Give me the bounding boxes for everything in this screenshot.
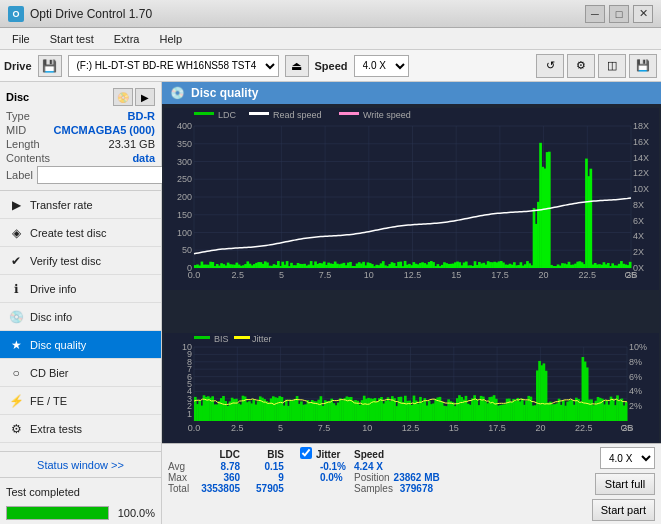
sidebar-bottom: Status window >> Test completed 100.0% — [0, 451, 161, 524]
main-content: Disc 📀 ▶ Type BD-R MID CMCMAGBA5 (000) L… — [0, 82, 661, 524]
disc-quality-label: Disc quality — [30, 339, 86, 351]
drive-info-label: Drive info — [30, 283, 76, 295]
total-bis: 57905 — [256, 483, 300, 494]
position-value: 23862 MB — [394, 472, 440, 483]
disc-header: Disc 📀 ▶ — [6, 88, 155, 106]
status-window-btn[interactable]: Status window >> — [0, 452, 161, 478]
app-icon: O — [8, 6, 24, 22]
cd-bier-label: CD Bier — [30, 367, 69, 379]
drive-info-icon: ℹ — [8, 281, 24, 297]
ldc-header: LDC — [201, 447, 256, 461]
stats-header-row: LDC BIS Jitter Speed — [168, 447, 440, 461]
toolbar-right-buttons: ↺ ⚙ ◫ 💾 — [536, 54, 657, 78]
window-controls: ─ □ ✕ — [585, 5, 653, 23]
sidebar-item-disc-quality[interactable]: ★ Disc quality — [0, 331, 161, 359]
save-btn[interactable]: 💾 — [629, 54, 657, 78]
jitter-checkbox-cell — [300, 447, 316, 461]
drive-toolbar: Drive 💾 (F:) HL-DT-ST BD-RE WH16NS58 TST… — [0, 50, 661, 82]
samples-cell: Samples 379678 — [346, 483, 440, 494]
avg-ldc: 8.78 — [201, 461, 256, 472]
menu-file[interactable]: File — [4, 31, 38, 47]
status-bar: Test completed — [0, 478, 161, 506]
menubar: File Start test Extra Help — [0, 28, 661, 50]
sidebar-item-cd-bier[interactable]: ○ CD Bier — [0, 359, 161, 387]
verify-test-disc-label: Verify test disc — [30, 255, 101, 267]
position-cell: Position 23862 MB — [346, 472, 440, 483]
sidebar-item-disc-info[interactable]: 💿 Disc info — [0, 303, 161, 331]
start-full-button[interactable]: Start full — [595, 473, 655, 495]
type-value: BD-R — [128, 110, 156, 122]
close-button[interactable]: ✕ — [633, 5, 653, 23]
sidebar-item-verify-test-disc[interactable]: ✔ Verify test disc — [0, 247, 161, 275]
max-row: Max 360 9 0.0% Position 23862 MB — [168, 472, 440, 483]
create-test-disc-label: Create test disc — [30, 227, 106, 239]
speed-select[interactable]: 4.0 X — [354, 55, 409, 77]
avg-label: Avg — [168, 461, 201, 472]
verify-test-disc-icon: ✔ — [8, 253, 24, 269]
settings-btn[interactable]: ⚙ — [567, 54, 595, 78]
chart-area: 💿 Disc quality LDC — [162, 82, 661, 524]
stats-content: LDC BIS Jitter Speed Avg 8.78 0.15 — [168, 447, 655, 521]
maximize-button[interactable]: □ — [609, 5, 629, 23]
mid-value: CMCMAGBA5 (000) — [54, 124, 155, 136]
refresh-btn[interactable]: ↺ — [536, 54, 564, 78]
sidebar: Disc 📀 ▶ Type BD-R MID CMCMAGBA5 (000) L… — [0, 82, 162, 524]
disc-icon-2[interactable]: ▶ — [135, 88, 155, 106]
type-label: Type — [6, 110, 30, 122]
menu-extra[interactable]: Extra — [106, 31, 148, 47]
jitter-header: Jitter — [316, 447, 346, 461]
view-btn[interactable]: ◫ — [598, 54, 626, 78]
length-label: Length — [6, 138, 40, 150]
fe-te-label: FE / TE — [30, 395, 67, 407]
bis-header: BIS — [256, 447, 300, 461]
charts-container — [162, 104, 661, 443]
chart-header: 💿 Disc quality — [162, 82, 661, 104]
chart-header-icon: 💿 — [170, 86, 185, 100]
disc-mid-row: MID CMCMAGBA5 (000) — [6, 124, 155, 136]
progress-bar — [6, 506, 109, 520]
sidebar-item-create-test-disc[interactable]: ◈ Create test disc — [0, 219, 161, 247]
drive-icon-btn[interactable]: 💾 — [38, 55, 62, 77]
fe-te-icon: ⚡ — [8, 393, 24, 409]
drive-label: Drive — [4, 60, 32, 72]
avg-speed: 4.24 X — [346, 461, 440, 472]
status-text: Test completed — [6, 486, 80, 498]
jitter-checkbox[interactable] — [300, 447, 312, 459]
sidebar-item-fe-te[interactable]: ⚡ FE / TE — [0, 387, 161, 415]
disc-section: Disc 📀 ▶ Type BD-R MID CMCMAGBA5 (000) L… — [0, 82, 161, 191]
sidebar-item-transfer-rate[interactable]: ▶ Transfer rate — [0, 191, 161, 219]
max-jitter: 0.0% — [316, 472, 346, 483]
disc-info-icon: 💿 — [8, 309, 24, 325]
eject-btn[interactable]: ⏏ — [285, 55, 309, 77]
top-chart-wrapper — [164, 108, 659, 330]
max-bis: 9 — [256, 472, 300, 483]
disc-length-row: Length 23.31 GB — [6, 138, 155, 150]
sidebar-item-drive-info[interactable]: ℹ Drive info — [0, 275, 161, 303]
total-ldc: 3353805 — [201, 483, 256, 494]
stats-table: LDC BIS Jitter Speed Avg 8.78 0.15 — [168, 447, 440, 494]
drive-select[interactable]: (F:) HL-DT-ST BD-RE WH16NS58 TST4 — [68, 55, 279, 77]
cd-bier-icon: ○ — [8, 365, 24, 381]
length-value: 23.31 GB — [109, 138, 155, 150]
nav-menu: ▶ Transfer rate ◈ Create test disc ✔ Ver… — [0, 191, 161, 443]
empty-col — [168, 447, 201, 461]
avg-jitter: -0.1% — [316, 461, 346, 472]
extra-tests-label: Extra tests — [30, 423, 82, 435]
menu-help[interactable]: Help — [151, 31, 190, 47]
minimize-button[interactable]: ─ — [585, 5, 605, 23]
action-speed-select[interactable]: 4.0 X — [600, 447, 655, 469]
samples-value: 379678 — [400, 483, 433, 494]
status-progress-area: 100.0% — [0, 506, 161, 524]
start-part-button[interactable]: Start part — [592, 499, 655, 521]
menu-start-test[interactable]: Start test — [42, 31, 102, 47]
progress-bar-fill — [7, 507, 108, 519]
top-chart — [164, 108, 659, 290]
transfer-rate-label: Transfer rate — [30, 199, 93, 211]
sidebar-item-extra-tests[interactable]: ⚙ Extra tests — [0, 415, 161, 443]
label-field-label: Label — [6, 169, 33, 181]
disc-icon-1[interactable]: 📀 — [113, 88, 133, 106]
disc-action-icons: 📀 ▶ — [113, 88, 155, 106]
label-input[interactable] — [37, 166, 170, 184]
total-label: Total — [168, 483, 201, 494]
create-test-disc-icon: ◈ — [8, 225, 24, 241]
